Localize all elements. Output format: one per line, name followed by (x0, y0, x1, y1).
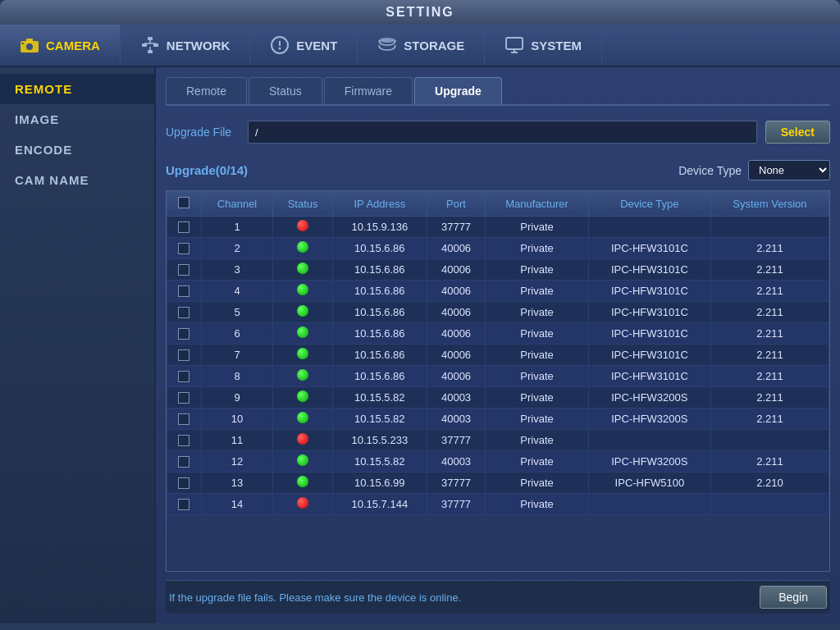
upgrade-filter-row: Upgrade(0/14) Device Type None IPC DVR N… (166, 158, 830, 182)
row-device-type: IPC-HFW3101C (588, 345, 710, 366)
col-system-version: System Version (710, 192, 829, 217)
table-row: 410.15.6.8640006PrivateIPC-HFW3101C2.211 (167, 281, 829, 302)
row-port: 40006 (427, 345, 485, 366)
upgrade-file-input[interactable] (248, 121, 757, 144)
nav-camera[interactable]: CAMERA (0, 25, 121, 66)
event-icon (270, 35, 290, 55)
tab-status[interactable]: Status (249, 77, 322, 104)
row-ip: 10.15.6.86 (332, 366, 427, 387)
row-checkbox[interactable] (167, 217, 202, 238)
row-device-type: IPC-HFW3200S (588, 409, 710, 430)
row-checkbox[interactable] (167, 345, 202, 366)
table-row: 1010.15.5.8240003PrivateIPC-HFW3200S2.21… (167, 409, 829, 430)
row-system-version: 2.211 (710, 281, 829, 302)
row-checkbox[interactable] (167, 494, 202, 515)
sidebar-item-remote[interactable]: REMOTE (0, 74, 154, 104)
row-checkbox[interactable] (167, 451, 202, 472)
row-status (273, 238, 332, 259)
row-port: 40006 (427, 366, 485, 387)
row-system-version: 2.211 (710, 387, 829, 409)
nav-storage[interactable]: STORAGE (358, 25, 485, 66)
device-table: Channel Status IP Address Port Manufactu… (167, 191, 829, 515)
row-checkbox[interactable] (167, 323, 202, 345)
tab-upgrade[interactable]: Upgrade (414, 77, 502, 104)
row-system-version: 2.211 (710, 451, 829, 472)
row-checkbox[interactable] (167, 281, 202, 302)
row-port: 40006 (427, 281, 485, 302)
row-checkbox[interactable] (167, 430, 202, 451)
table-row: 1110.15.5.23337777Private (167, 430, 829, 451)
row-manufacturer: Private (486, 494, 589, 515)
bottom-message: If the upgrade file fails. Please make s… (169, 591, 461, 604)
row-device-type: IPC-HFW3101C (588, 302, 710, 323)
device-type-label: Device Type (678, 164, 742, 177)
row-port: 40006 (427, 302, 485, 323)
nav-network[interactable]: NETWORK (121, 25, 251, 66)
svg-point-14 (279, 48, 281, 50)
tab-bar: Remote Status Firmware Upgrade (166, 77, 830, 106)
row-channel: 9 (201, 387, 273, 409)
row-device-type: IPC-HFW5100 (588, 472, 710, 494)
row-port: 40003 (427, 409, 485, 430)
row-manufacturer: Private (486, 345, 589, 366)
row-checkbox[interactable] (167, 366, 202, 387)
table-container: Channel Status IP Address Port Manufactu… (166, 190, 830, 572)
row-checkbox[interactable] (167, 472, 202, 494)
title-text: SETTING (386, 5, 454, 19)
row-device-type (588, 217, 710, 238)
row-system-version: 2.211 (710, 238, 829, 259)
row-checkbox[interactable] (167, 387, 202, 409)
row-device-type: IPC-HFW3101C (588, 323, 710, 345)
row-manufacturer: Private (486, 387, 589, 409)
sidebar-item-cam-name[interactable]: CAM NAME (0, 165, 154, 195)
svg-rect-16 (506, 38, 523, 49)
row-system-version: 2.211 (710, 302, 829, 323)
row-ip: 10.15.6.86 (332, 345, 427, 366)
row-status (273, 430, 332, 451)
row-status (273, 451, 332, 472)
row-channel: 12 (201, 451, 273, 472)
row-device-type: IPC-HFW3101C (588, 238, 710, 259)
row-manufacturer: Private (486, 302, 589, 323)
nav-event[interactable]: EVENT (250, 25, 358, 66)
row-ip: 10.15.7.144 (332, 494, 427, 515)
row-device-type: IPC-HFW3101C (588, 366, 710, 387)
select-button[interactable]: Select (765, 121, 830, 144)
row-port: 40006 (427, 259, 485, 281)
row-manufacturer: Private (486, 238, 589, 259)
table-scroll[interactable]: Channel Status IP Address Port Manufactu… (167, 191, 829, 571)
row-checkbox[interactable] (167, 259, 202, 281)
table-row: 1410.15.7.14437777Private (167, 494, 829, 515)
upgrade-file-row: Upgrade File Select (166, 114, 830, 150)
row-device-type: IPC-HFW3200S (588, 451, 710, 472)
nav-system-label: SYSTEM (531, 39, 582, 52)
row-port: 40006 (427, 323, 485, 345)
begin-button[interactable]: Begin (760, 586, 827, 609)
row-checkbox[interactable] (167, 238, 202, 259)
row-system-version: 2.211 (710, 323, 829, 345)
row-ip: 10.15.5.82 (332, 451, 427, 472)
row-channel: 1 (201, 217, 273, 238)
row-port: 40003 (427, 387, 485, 409)
nav-system[interactable]: SYSTEM (485, 25, 602, 66)
tab-remote[interactable]: Remote (166, 77, 247, 104)
table-row: 910.15.5.8240003PrivateIPC-HFW3200S2.211 (167, 387, 829, 409)
row-port: 37777 (427, 217, 485, 238)
tab-firmware[interactable]: Firmware (324, 77, 413, 104)
svg-rect-4 (148, 37, 153, 40)
row-checkbox[interactable] (167, 302, 202, 323)
row-manufacturer: Private (486, 409, 589, 430)
sidebar-item-image[interactable]: IMAGE (0, 104, 154, 135)
row-checkbox[interactable] (167, 409, 202, 430)
device-type-select[interactable]: None IPC DVR NVR (748, 160, 830, 180)
row-status (273, 387, 332, 409)
row-manufacturer: Private (486, 323, 589, 345)
nav-network-label: NETWORK (167, 39, 231, 52)
top-nav: CAMERA NETWORK EVENT STORAGE (0, 25, 840, 67)
row-channel: 8 (201, 366, 273, 387)
sidebar-item-encode[interactable]: ENCODE (0, 135, 154, 165)
system-icon (504, 35, 524, 55)
table-row: 710.15.6.8640006PrivateIPC-HFW3101C2.211 (167, 345, 829, 366)
camera-icon (20, 35, 39, 55)
row-manufacturer: Private (486, 451, 589, 472)
